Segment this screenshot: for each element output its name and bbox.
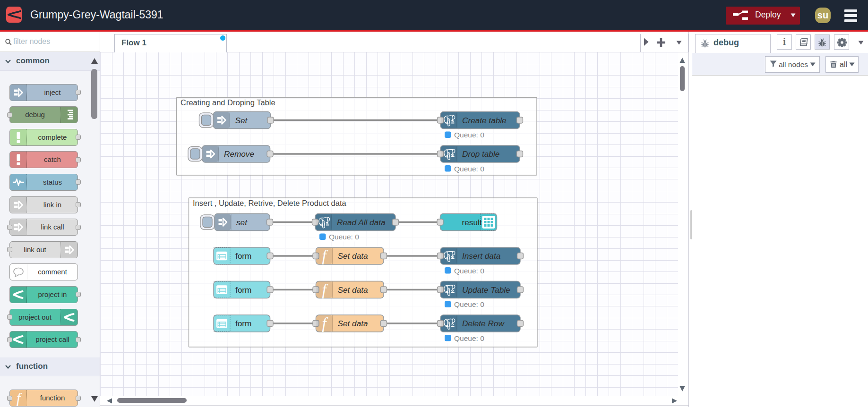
svg-text:Queue: 0: Queue: 0 <box>454 334 484 342</box>
svg-text:Set data: Set data <box>338 251 368 261</box>
svg-text:Insert , Update, Retrive, Dele: Insert , Update, Retrive, Delete Product… <box>193 199 346 207</box>
svg-text:Delete Row: Delete Row <box>462 319 505 328</box>
svg-text:Remove: Remove <box>224 149 254 159</box>
svg-text:Insert data: Insert data <box>462 251 500 261</box>
svg-text:Set data: Set data <box>338 285 368 295</box>
svg-text:Set data: Set data <box>338 319 368 328</box>
svg-text:form: form <box>235 285 251 295</box>
svg-text:Drop table: Drop table <box>462 149 499 159</box>
svg-text:form: form <box>235 251 251 261</box>
svg-text:Queue: 0: Queue: 0 <box>454 165 484 173</box>
svg-text:Set: Set <box>235 116 248 125</box>
svg-text:Read All data: Read All data <box>337 218 386 227</box>
svg-text:Creating and Droping Table: Creating and Droping Table <box>180 98 275 107</box>
svg-text:Update Table: Update Table <box>462 285 510 295</box>
svg-text:form: form <box>235 319 251 328</box>
svg-text:Queue: 0: Queue: 0 <box>454 267 484 275</box>
svg-text:Queue: 0: Queue: 0 <box>454 131 484 139</box>
svg-text:result: result <box>462 218 482 227</box>
svg-text:Create table: Create table <box>462 116 507 125</box>
svg-text:f: f <box>16 390 22 406</box>
svg-text:set: set <box>236 218 248 227</box>
svg-text:Queue: 0: Queue: 0 <box>329 233 359 241</box>
svg-text:Queue: 0: Queue: 0 <box>454 300 484 308</box>
